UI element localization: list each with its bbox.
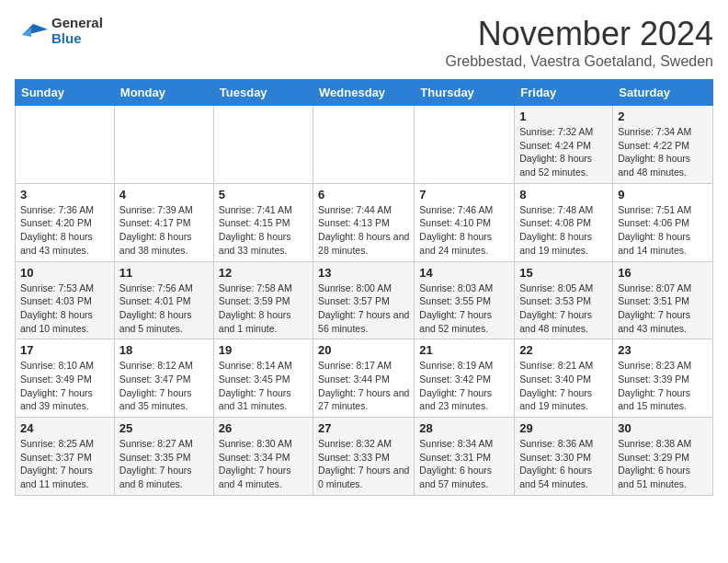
calendar-cell <box>313 106 415 184</box>
day-info: Sunrise: 8:38 AMSunset: 3:29 PMDaylight:… <box>618 437 708 491</box>
calendar-cell: 5Sunrise: 7:41 AMSunset: 4:15 PMDaylight… <box>213 183 313 261</box>
day-info: Sunrise: 7:41 AMSunset: 4:15 PMDaylight:… <box>219 203 308 258</box>
day-number: 7 <box>419 188 509 201</box>
weekday-header-tuesday: Tuesday <box>213 80 313 106</box>
day-number: 29 <box>519 421 608 435</box>
calendar-cell: 6Sunrise: 7:44 AMSunset: 4:13 PMDaylight… <box>313 183 415 261</box>
calendar-cell: 8Sunrise: 7:48 AMSunset: 4:08 PMDaylight… <box>515 183 613 261</box>
day-number: 13 <box>318 266 409 280</box>
day-info: Sunrise: 7:34 AMSunset: 4:22 PMDaylight:… <box>618 125 708 179</box>
day-number: 4 <box>119 188 209 201</box>
day-number: 9 <box>618 188 708 201</box>
calendar-cell: 16Sunrise: 8:07 AMSunset: 3:51 PMDayligh… <box>613 261 713 339</box>
day-info: Sunrise: 8:07 AMSunset: 3:51 PMDaylight:… <box>618 282 708 336</box>
calendar-cell: 27Sunrise: 8:32 AMSunset: 3:33 PMDayligh… <box>313 418 415 496</box>
day-number: 11 <box>119 266 209 280</box>
logo-text: General Blue <box>51 15 103 46</box>
day-info: Sunrise: 7:46 AMSunset: 4:10 PMDaylight:… <box>419 203 509 258</box>
day-info: Sunrise: 8:17 AMSunset: 3:44 PMDaylight:… <box>318 359 409 413</box>
calendar-cell: 4Sunrise: 7:39 AMSunset: 4:17 PMDaylight… <box>114 183 213 261</box>
day-info: Sunrise: 7:58 AMSunset: 3:59 PMDaylight:… <box>219 282 308 336</box>
day-number: 15 <box>519 266 608 280</box>
weekday-header-friday: Friday <box>515 80 613 106</box>
calendar-body: 1Sunrise: 7:32 AMSunset: 4:24 PMDaylight… <box>16 106 713 496</box>
day-number: 2 <box>618 109 708 123</box>
calendar-table: SundayMondayTuesdayWednesdayThursdayFrid… <box>15 79 713 496</box>
day-info: Sunrise: 7:53 AMSunset: 4:03 PMDaylight:… <box>20 282 109 336</box>
day-number: 22 <box>519 343 608 357</box>
location-title: Grebbestad, Vaestra Goetaland, Sweden <box>446 53 713 70</box>
weekday-header-sunday: Sunday <box>16 80 115 106</box>
header: General Blue November 2024 Grebbestad, V… <box>15 15 713 70</box>
day-number: 28 <box>419 421 509 435</box>
day-info: Sunrise: 8:32 AMSunset: 3:33 PMDaylight:… <box>318 437 409 491</box>
calendar-header: SundayMondayTuesdayWednesdayThursdayFrid… <box>16 80 713 106</box>
calendar-cell: 17Sunrise: 8:10 AMSunset: 3:49 PMDayligh… <box>16 339 115 418</box>
calendar-week-row: 10Sunrise: 7:53 AMSunset: 4:03 PMDayligh… <box>16 261 713 339</box>
calendar-cell <box>16 106 115 184</box>
day-number: 19 <box>219 343 308 357</box>
logo: General Blue <box>15 15 103 46</box>
calendar-cell <box>213 106 313 184</box>
day-info: Sunrise: 7:56 AMSunset: 4:01 PMDaylight:… <box>119 282 209 336</box>
calendar-cell: 28Sunrise: 8:34 AMSunset: 3:31 PMDayligh… <box>415 418 515 496</box>
day-info: Sunrise: 8:14 AMSunset: 3:45 PMDaylight:… <box>219 359 308 413</box>
calendar-cell: 25Sunrise: 8:27 AMSunset: 3:35 PMDayligh… <box>114 418 213 496</box>
day-info: Sunrise: 8:19 AMSunset: 3:42 PMDaylight:… <box>419 359 509 413</box>
calendar-cell: 20Sunrise: 8:17 AMSunset: 3:44 PMDayligh… <box>313 339 415 418</box>
day-number: 27 <box>318 421 409 435</box>
day-number: 16 <box>618 266 708 280</box>
calendar-cell: 13Sunrise: 8:00 AMSunset: 3:57 PMDayligh… <box>313 261 415 339</box>
day-number: 6 <box>318 188 409 201</box>
day-number: 17 <box>20 343 109 357</box>
day-number: 14 <box>419 266 509 280</box>
calendar-cell <box>415 106 515 184</box>
svg-marker-1 <box>22 28 31 37</box>
day-number: 24 <box>20 421 109 435</box>
day-info: Sunrise: 8:30 AMSunset: 3:34 PMDaylight:… <box>219 437 308 491</box>
weekday-header-row: SundayMondayTuesdayWednesdayThursdayFrid… <box>16 80 713 106</box>
calendar-week-row: 1Sunrise: 7:32 AMSunset: 4:24 PMDaylight… <box>16 106 713 184</box>
weekday-header-monday: Monday <box>114 80 213 106</box>
day-number: 1 <box>519 109 608 123</box>
month-title: November 2024 <box>446 15 713 53</box>
calendar-cell: 21Sunrise: 8:19 AMSunset: 3:42 PMDayligh… <box>415 339 515 418</box>
calendar-cell: 10Sunrise: 7:53 AMSunset: 4:03 PMDayligh… <box>16 261 115 339</box>
calendar-cell: 3Sunrise: 7:36 AMSunset: 4:20 PMDaylight… <box>16 183 115 261</box>
day-info: Sunrise: 7:48 AMSunset: 4:08 PMDaylight:… <box>519 203 608 258</box>
day-number: 30 <box>618 421 708 435</box>
calendar-week-row: 17Sunrise: 8:10 AMSunset: 3:49 PMDayligh… <box>16 339 713 418</box>
day-info: Sunrise: 8:10 AMSunset: 3:49 PMDaylight:… <box>20 359 109 413</box>
day-number: 18 <box>119 343 209 357</box>
day-info: Sunrise: 8:27 AMSunset: 3:35 PMDaylight:… <box>119 437 209 491</box>
day-number: 12 <box>219 266 308 280</box>
calendar-cell: 14Sunrise: 8:03 AMSunset: 3:55 PMDayligh… <box>415 261 515 339</box>
calendar-cell: 19Sunrise: 8:14 AMSunset: 3:45 PMDayligh… <box>213 339 313 418</box>
day-info: Sunrise: 8:36 AMSunset: 3:30 PMDaylight:… <box>519 437 608 491</box>
day-info: Sunrise: 8:25 AMSunset: 3:37 PMDaylight:… <box>20 437 109 491</box>
day-number: 21 <box>419 343 509 357</box>
calendar-cell: 11Sunrise: 7:56 AMSunset: 4:01 PMDayligh… <box>114 261 213 339</box>
calendar-cell: 2Sunrise: 7:34 AMSunset: 4:22 PMDaylight… <box>613 106 713 184</box>
day-info: Sunrise: 8:12 AMSunset: 3:47 PMDaylight:… <box>119 359 209 413</box>
calendar-week-row: 3Sunrise: 7:36 AMSunset: 4:20 PMDaylight… <box>16 183 713 261</box>
calendar-cell: 23Sunrise: 8:23 AMSunset: 3:39 PMDayligh… <box>613 339 713 418</box>
day-info: Sunrise: 8:03 AMSunset: 3:55 PMDaylight:… <box>419 282 509 336</box>
weekday-header-saturday: Saturday <box>613 80 713 106</box>
title-area: November 2024 Grebbestad, Vaestra Goetal… <box>446 15 713 70</box>
calendar-cell <box>114 106 213 184</box>
day-number: 10 <box>20 266 109 280</box>
calendar-cell: 30Sunrise: 8:38 AMSunset: 3:29 PMDayligh… <box>613 418 713 496</box>
calendar-cell: 15Sunrise: 8:05 AMSunset: 3:53 PMDayligh… <box>515 261 613 339</box>
day-info: Sunrise: 7:32 AMSunset: 4:24 PMDaylight:… <box>519 125 608 179</box>
day-number: 23 <box>618 343 708 357</box>
logo-icon <box>15 17 48 44</box>
day-info: Sunrise: 8:34 AMSunset: 3:31 PMDaylight:… <box>419 437 509 491</box>
day-info: Sunrise: 7:39 AMSunset: 4:17 PMDaylight:… <box>119 203 209 258</box>
calendar-cell: 12Sunrise: 7:58 AMSunset: 3:59 PMDayligh… <box>213 261 313 339</box>
calendar-cell: 7Sunrise: 7:46 AMSunset: 4:10 PMDaylight… <box>415 183 515 261</box>
calendar-week-row: 24Sunrise: 8:25 AMSunset: 3:37 PMDayligh… <box>16 418 713 496</box>
calendar-cell: 26Sunrise: 8:30 AMSunset: 3:34 PMDayligh… <box>213 418 313 496</box>
day-info: Sunrise: 7:44 AMSunset: 4:13 PMDaylight:… <box>318 203 409 258</box>
day-number: 26 <box>219 421 308 435</box>
